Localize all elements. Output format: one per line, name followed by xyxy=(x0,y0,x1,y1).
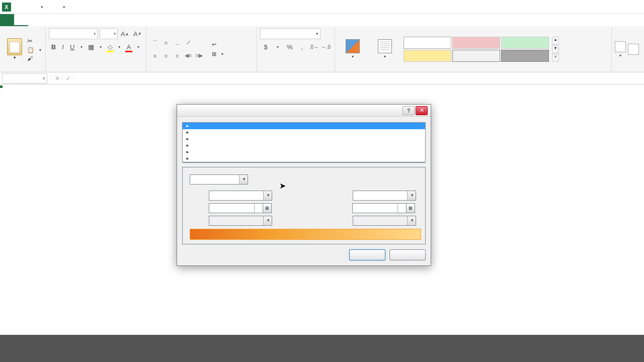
increase-decimal-icon[interactable]: .0→ xyxy=(308,41,319,52)
rule-type-item[interactable] xyxy=(183,123,425,129)
brush-icon xyxy=(27,55,33,61)
save-icon[interactable] xyxy=(14,2,25,13)
min-value-refpicker-icon[interactable]: ⊞ xyxy=(263,203,272,213)
fill-color-icon[interactable]: ◇ xyxy=(105,41,115,52)
max-color-select[interactable] xyxy=(353,216,416,226)
rule-type-item[interactable] xyxy=(183,149,425,155)
currency-dropdown-icon[interactable]: ▾ xyxy=(272,41,283,52)
gallery-down-icon[interactable]: ▾ xyxy=(552,45,559,53)
style-check-cell[interactable] xyxy=(501,50,549,62)
wrap-text-button[interactable]: ↩ xyxy=(211,40,224,49)
rule-type-list[interactable] xyxy=(182,122,426,162)
min-type-select[interactable] xyxy=(209,191,272,201)
undo-dropdown-icon[interactable]: ▾ xyxy=(36,2,47,13)
cancel-button[interactable] xyxy=(389,249,426,260)
number-format-select[interactable] xyxy=(260,28,320,39)
delete-cells-button[interactable] xyxy=(628,44,639,56)
rule-type-item[interactable] xyxy=(183,155,425,162)
align-right-icon[interactable]: ≡ xyxy=(172,50,183,61)
dialog-close-icon[interactable]: ✕ xyxy=(416,106,428,115)
ok-button[interactable] xyxy=(349,249,385,260)
bold-button[interactable]: B xyxy=(49,41,58,52)
orientation-icon[interactable]: ⤢ xyxy=(183,37,194,48)
format-style-select[interactable] xyxy=(190,174,248,185)
copy-button[interactable]: ▾ xyxy=(26,46,42,54)
style-normal[interactable] xyxy=(404,37,451,49)
name-box[interactable] xyxy=(2,73,47,83)
fill-dropdown-icon[interactable]: ▾ xyxy=(115,41,124,52)
redo-dropdown-icon[interactable]: ▾ xyxy=(58,2,69,13)
tab-page-layout[interactable] xyxy=(42,14,56,26)
dialog-titlebar[interactable]: ? ✕ xyxy=(177,105,431,117)
gallery-up-icon[interactable]: ▴ xyxy=(552,37,559,45)
align-center-icon[interactable]: ≡ xyxy=(160,50,172,61)
merge-center-button[interactable]: ⊞▾ xyxy=(211,50,224,58)
format-as-table-button[interactable]: ▾ xyxy=(370,39,399,59)
borders-icon[interactable]: ▦ xyxy=(87,41,96,52)
ribbon: ▾ ▾ A▲ A▼ B I U ▾ ▦ ▾ xyxy=(0,26,644,72)
redo-icon[interactable] xyxy=(47,2,58,13)
percent-icon[interactable]: % xyxy=(284,41,295,52)
conditional-formatting-button[interactable]: ▾ xyxy=(338,39,367,59)
gallery-more-icon[interactable]: ▿ xyxy=(552,54,559,62)
style-good[interactable] xyxy=(501,37,549,49)
video-caption xyxy=(0,335,644,362)
rule-type-item[interactable] xyxy=(183,136,425,142)
indent-increase-icon[interactable]: ≡▶ xyxy=(194,50,205,61)
align-left-icon[interactable]: ≡ xyxy=(149,50,160,61)
insert-cells-button[interactable]: ▾ xyxy=(615,41,626,58)
underline-dropdown-icon[interactable]: ▾ xyxy=(77,41,87,52)
selection-marquee xyxy=(0,85,2,87)
currency-icon[interactable]: $ xyxy=(260,41,271,52)
cut-button[interactable] xyxy=(26,37,42,45)
undo-icon[interactable] xyxy=(25,2,36,13)
align-bottom-icon[interactable]: ⎵ xyxy=(172,37,183,48)
tab-home[interactable] xyxy=(14,14,28,26)
rule-type-item[interactable] xyxy=(183,129,425,136)
align-top-icon[interactable]: ⎴ xyxy=(149,37,160,48)
style-calculation[interactable] xyxy=(452,50,500,62)
cell-styles-gallery[interactable] xyxy=(404,37,549,62)
tab-insert[interactable] xyxy=(28,14,42,26)
min-color-select[interactable] xyxy=(209,216,272,226)
tab-file[interactable] xyxy=(0,14,14,26)
rule-type-item[interactable] xyxy=(183,142,425,149)
conditional-formatting-icon xyxy=(346,39,360,53)
decrease-font-icon[interactable]: A▼ xyxy=(132,28,143,39)
new-formatting-rule-dialog: ? ✕ xyxy=(177,104,431,266)
max-value-refpicker-icon[interactable]: ⊞ xyxy=(406,203,415,213)
font-size-select[interactable] xyxy=(100,28,117,39)
paste-button[interactable]: ▾ xyxy=(5,38,24,60)
cancel-formula-icon[interactable]: ✕ xyxy=(51,73,62,83)
tab-view[interactable] xyxy=(99,14,113,26)
underline-button[interactable]: U xyxy=(67,41,77,52)
quick-access-toolbar: ▾ ▾ xyxy=(14,2,84,13)
borders-dropdown-icon[interactable]: ▾ xyxy=(96,41,106,52)
group-styles: ▾ ▾ ▴ ▾ ▿ xyxy=(335,27,612,72)
max-type-select[interactable] xyxy=(353,191,416,201)
font-color-icon[interactable]: A xyxy=(124,41,134,52)
group-font-label xyxy=(49,70,143,71)
style-bad[interactable] xyxy=(452,37,500,49)
tab-data[interactable] xyxy=(70,14,85,26)
indent-decrease-icon[interactable]: ◀≡ xyxy=(183,50,194,61)
font-name-select[interactable] xyxy=(49,28,98,39)
tab-review[interactable] xyxy=(85,14,99,26)
dialog-help-icon[interactable]: ? xyxy=(403,106,415,115)
style-neutral[interactable] xyxy=(404,50,451,62)
min-value-input[interactable] xyxy=(209,203,263,213)
decrease-decimal-icon[interactable]: ←.0 xyxy=(320,41,332,52)
increase-font-icon[interactable]: A▲ xyxy=(120,28,130,39)
format-painter-button[interactable] xyxy=(26,55,42,62)
italic-button[interactable]: I xyxy=(58,41,68,52)
customize-qat-icon[interactable] xyxy=(72,2,84,13)
font-color-dropdown-icon[interactable]: ▾ xyxy=(133,41,143,52)
group-cells: ▾ xyxy=(612,27,642,72)
formula-bar: ✕ ✓ xyxy=(0,72,644,84)
fx-icon[interactable] xyxy=(73,73,85,83)
comma-icon[interactable]: , xyxy=(296,41,307,52)
confirm-formula-icon[interactable]: ✓ xyxy=(62,73,73,83)
max-value-input[interactable] xyxy=(352,203,407,213)
align-middle-icon[interactable]: ≡ xyxy=(160,37,172,48)
tab-formulas[interactable] xyxy=(56,14,70,26)
